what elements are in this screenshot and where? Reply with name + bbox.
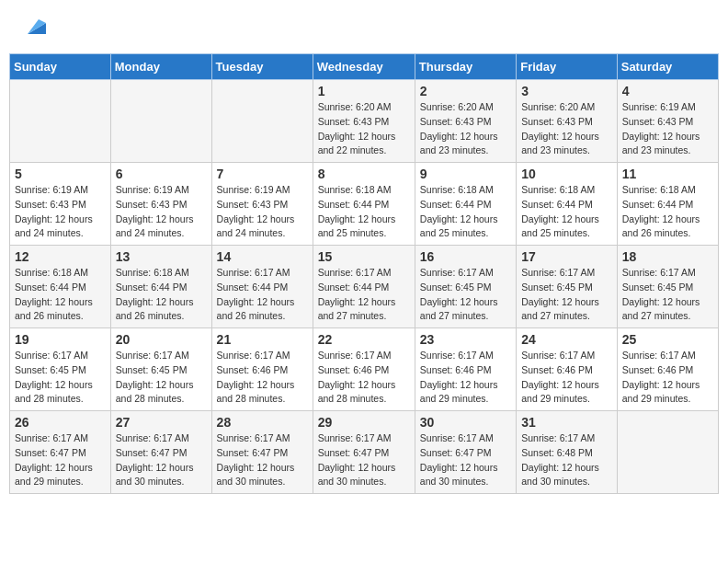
day-number: 3 [521, 84, 612, 98]
day-info: Sunrise: 6:17 AMSunset: 6:46 PMDaylight:… [318, 349, 410, 407]
day-number: 9 [420, 167, 511, 181]
day-number: 20 [116, 332, 207, 347]
calendar-day-cell [110, 80, 211, 163]
calendar-day-cell: 26Sunrise: 6:17 AMSunset: 6:47 PMDayligh… [10, 411, 111, 494]
calendar-table: SundayMondayTuesdayWednesdayThursdayFrid… [9, 53, 719, 494]
day-header-thursday: Thursday [415, 54, 516, 80]
day-number: 15 [318, 249, 410, 264]
day-info: Sunrise: 6:18 AMSunset: 6:44 PMDaylight:… [116, 266, 207, 324]
day-info: Sunrise: 6:17 AMSunset: 6:44 PMDaylight:… [217, 266, 308, 324]
day-number: 17 [521, 249, 612, 264]
calendar-day-cell: 28Sunrise: 6:17 AMSunset: 6:47 PMDayligh… [211, 411, 313, 494]
day-number: 22 [318, 332, 410, 347]
day-info: Sunrise: 6:17 AMSunset: 6:47 PMDaylight:… [15, 431, 106, 489]
day-header-tuesday: Tuesday [211, 54, 313, 80]
day-info: Sunrise: 6:17 AMSunset: 6:46 PMDaylight:… [217, 349, 308, 407]
day-number: 23 [420, 332, 511, 347]
day-info: Sunrise: 6:17 AMSunset: 6:45 PMDaylight:… [622, 266, 713, 324]
day-info: Sunrise: 6:19 AMSunset: 6:43 PMDaylight:… [116, 183, 207, 241]
calendar-day-cell: 14Sunrise: 6:17 AMSunset: 6:44 PMDayligh… [211, 246, 313, 328]
calendar-day-cell: 18Sunrise: 6:17 AMSunset: 6:45 PMDayligh… [617, 246, 718, 328]
day-number: 1 [318, 84, 410, 98]
calendar-day-cell: 23Sunrise: 6:17 AMSunset: 6:46 PMDayligh… [415, 328, 516, 411]
day-info: Sunrise: 6:17 AMSunset: 6:45 PMDaylight:… [15, 349, 106, 407]
day-info: Sunrise: 6:17 AMSunset: 6:48 PMDaylight:… [521, 431, 612, 489]
day-info: Sunrise: 6:18 AMSunset: 6:44 PMDaylight:… [318, 183, 410, 241]
day-number: 30 [420, 415, 511, 430]
day-info: Sunrise: 6:17 AMSunset: 6:44 PMDaylight:… [318, 266, 410, 324]
day-number: 12 [15, 249, 106, 264]
day-number: 21 [217, 332, 308, 347]
day-number: 29 [318, 415, 410, 430]
day-info: Sunrise: 6:20 AMSunset: 6:43 PMDaylight:… [318, 100, 410, 158]
calendar-week-row: 5Sunrise: 6:19 AMSunset: 6:43 PMDaylight… [10, 163, 719, 246]
day-number: 19 [15, 332, 106, 347]
day-info: Sunrise: 6:18 AMSunset: 6:44 PMDaylight:… [15, 266, 106, 324]
day-number: 25 [622, 332, 713, 347]
calendar-day-cell: 5Sunrise: 6:19 AMSunset: 6:43 PMDaylight… [10, 163, 111, 246]
day-info: Sunrise: 6:17 AMSunset: 6:47 PMDaylight:… [217, 431, 308, 489]
day-header-sunday: Sunday [10, 54, 111, 80]
day-info: Sunrise: 6:17 AMSunset: 6:45 PMDaylight:… [116, 349, 207, 407]
calendar-day-cell: 13Sunrise: 6:18 AMSunset: 6:44 PMDayligh… [110, 246, 211, 328]
day-info: Sunrise: 6:17 AMSunset: 6:46 PMDaylight:… [420, 349, 511, 407]
calendar-day-cell: 3Sunrise: 6:20 AMSunset: 6:43 PMDaylight… [517, 80, 618, 163]
day-number: 11 [622, 167, 713, 181]
calendar-day-cell: 8Sunrise: 6:18 AMSunset: 6:44 PMDaylight… [313, 163, 415, 246]
logo-icon [20, 14, 46, 40]
day-number: 4 [622, 84, 713, 98]
day-number: 7 [217, 167, 308, 181]
day-info: Sunrise: 6:17 AMSunset: 6:47 PMDaylight:… [318, 431, 410, 489]
day-header-monday: Monday [110, 54, 211, 80]
day-header-friday: Friday [517, 54, 618, 80]
calendar-day-cell: 12Sunrise: 6:18 AMSunset: 6:44 PMDayligh… [10, 246, 111, 328]
calendar-day-cell: 30Sunrise: 6:17 AMSunset: 6:47 PMDayligh… [415, 411, 516, 494]
day-info: Sunrise: 6:19 AMSunset: 6:43 PMDaylight:… [217, 183, 308, 241]
logo [18, 14, 46, 40]
calendar-day-cell [10, 80, 111, 163]
day-number: 2 [420, 84, 511, 98]
calendar-day-cell: 24Sunrise: 6:17 AMSunset: 6:46 PMDayligh… [517, 328, 618, 411]
page-header [9, 9, 719, 44]
calendar-day-cell: 20Sunrise: 6:17 AMSunset: 6:45 PMDayligh… [110, 328, 211, 411]
calendar-day-cell [617, 411, 718, 494]
day-number: 31 [521, 415, 612, 430]
day-number: 24 [521, 332, 612, 347]
calendar-day-cell: 10Sunrise: 6:18 AMSunset: 6:44 PMDayligh… [517, 163, 618, 246]
calendar-week-row: 19Sunrise: 6:17 AMSunset: 6:45 PMDayligh… [10, 328, 719, 411]
day-number: 26 [15, 415, 106, 430]
day-header-wednesday: Wednesday [313, 54, 415, 80]
day-info: Sunrise: 6:17 AMSunset: 6:45 PMDaylight:… [420, 266, 511, 324]
day-info: Sunrise: 6:19 AMSunset: 6:43 PMDaylight:… [15, 183, 106, 241]
calendar-day-cell: 7Sunrise: 6:19 AMSunset: 6:43 PMDaylight… [211, 163, 313, 246]
day-number: 13 [116, 249, 207, 264]
day-number: 14 [217, 249, 308, 264]
day-info: Sunrise: 6:18 AMSunset: 6:44 PMDaylight:… [521, 183, 612, 241]
day-header-saturday: Saturday [617, 54, 718, 80]
day-info: Sunrise: 6:17 AMSunset: 6:47 PMDaylight:… [420, 431, 511, 489]
day-info: Sunrise: 6:17 AMSunset: 6:47 PMDaylight:… [116, 431, 207, 489]
calendar-day-cell: 9Sunrise: 6:18 AMSunset: 6:44 PMDaylight… [415, 163, 516, 246]
day-info: Sunrise: 6:18 AMSunset: 6:44 PMDaylight:… [622, 183, 713, 241]
day-number: 5 [15, 167, 106, 181]
calendar-day-cell: 11Sunrise: 6:18 AMSunset: 6:44 PMDayligh… [617, 163, 718, 246]
calendar-day-cell: 19Sunrise: 6:17 AMSunset: 6:45 PMDayligh… [10, 328, 111, 411]
calendar-day-cell [211, 80, 313, 163]
day-number: 18 [622, 249, 713, 264]
calendar-day-cell: 21Sunrise: 6:17 AMSunset: 6:46 PMDayligh… [211, 328, 313, 411]
day-number: 27 [116, 415, 207, 430]
calendar-day-cell: 16Sunrise: 6:17 AMSunset: 6:45 PMDayligh… [415, 246, 516, 328]
calendar-week-row: 26Sunrise: 6:17 AMSunset: 6:47 PMDayligh… [10, 411, 719, 494]
day-info: Sunrise: 6:19 AMSunset: 6:43 PMDaylight:… [622, 100, 713, 158]
day-info: Sunrise: 6:18 AMSunset: 6:44 PMDaylight:… [420, 183, 511, 241]
calendar-day-cell: 15Sunrise: 6:17 AMSunset: 6:44 PMDayligh… [313, 246, 415, 328]
day-info: Sunrise: 6:17 AMSunset: 6:46 PMDaylight:… [521, 349, 612, 407]
calendar-day-cell: 29Sunrise: 6:17 AMSunset: 6:47 PMDayligh… [313, 411, 415, 494]
calendar-day-cell: 2Sunrise: 6:20 AMSunset: 6:43 PMDaylight… [415, 80, 516, 163]
calendar-week-row: 1Sunrise: 6:20 AMSunset: 6:43 PMDaylight… [10, 80, 719, 163]
calendar-day-cell: 22Sunrise: 6:17 AMSunset: 6:46 PMDayligh… [313, 328, 415, 411]
calendar-day-cell: 31Sunrise: 6:17 AMSunset: 6:48 PMDayligh… [517, 411, 618, 494]
day-number: 16 [420, 249, 511, 264]
day-info: Sunrise: 6:17 AMSunset: 6:46 PMDaylight:… [622, 349, 713, 407]
calendar-day-cell: 27Sunrise: 6:17 AMSunset: 6:47 PMDayligh… [110, 411, 211, 494]
